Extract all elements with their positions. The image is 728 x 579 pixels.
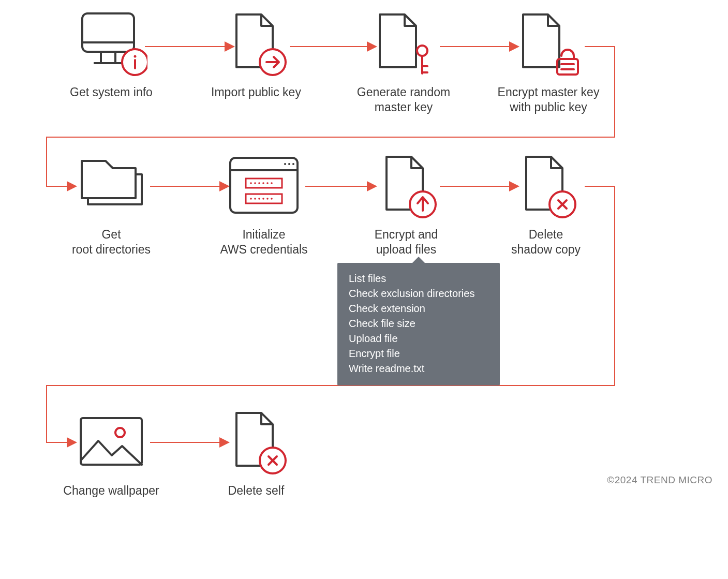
- diagram-canvas: Get system info Import public key: [0, 0, 728, 579]
- svg-point-38: [254, 198, 256, 200]
- node-get-system-info: Get system info: [39, 10, 184, 100]
- tooltip-item: Encrypt file: [349, 346, 488, 361]
- svg-rect-48: [81, 418, 142, 465]
- document-delete-icon: [184, 409, 329, 476]
- svg-point-49: [115, 428, 125, 437]
- copyright-text: ©2024 TREND MICRO: [607, 474, 712, 486]
- svg-point-37: [250, 198, 252, 200]
- image-icon: [39, 409, 184, 476]
- svg-point-34: [262, 182, 264, 184]
- svg-point-42: [271, 198, 273, 200]
- document-lock-icon: [476, 10, 621, 78]
- svg-rect-24: [230, 158, 298, 213]
- node-label: Delete self: [184, 483, 329, 498]
- node-encrypt-master-key: Encrypt master key with public key: [476, 10, 621, 115]
- tooltip-arrow-icon: [412, 257, 425, 263]
- node-delete-self: Delete self: [184, 409, 329, 498]
- svg-point-13: [134, 55, 137, 58]
- svg-rect-7: [82, 13, 134, 52]
- document-delete-icon: [473, 153, 618, 220]
- tooltip-item: Check file size: [349, 316, 488, 331]
- tooltip-item: Upload file: [349, 331, 488, 346]
- node-get-root-directories: Get root directories: [39, 153, 184, 257]
- node-label: Change wallpaper: [39, 483, 184, 498]
- node-import-public-key: Import public key: [184, 10, 329, 100]
- node-label: Encrypt master key with public key: [476, 85, 621, 115]
- encrypt-upload-tooltip: List files Check exclusion directories C…: [337, 263, 500, 385]
- tooltip-item: List files: [349, 271, 488, 286]
- node-label: Get system info: [39, 85, 184, 100]
- node-label: Encrypt and upload files: [334, 227, 479, 257]
- svg-point-31: [250, 182, 252, 184]
- node-initialize-aws-credentials: Initialize AWS credentials: [191, 153, 336, 257]
- node-delete-shadow-copy: Delete shadow copy: [473, 153, 618, 257]
- tooltip-item: Check exclusion directories: [349, 286, 488, 301]
- svg-point-41: [266, 198, 269, 200]
- node-label: Delete shadow copy: [473, 227, 618, 257]
- tooltip-item: Check extension: [349, 301, 488, 316]
- svg-point-36: [271, 182, 273, 184]
- credentials-window-icon: [191, 153, 336, 220]
- node-label: Generate random master key: [331, 85, 476, 115]
- document-upload-icon: [334, 153, 479, 220]
- svg-point-28: [292, 163, 294, 165]
- svg-point-35: [266, 182, 269, 184]
- svg-point-17: [417, 46, 427, 56]
- folders-icon: [39, 153, 184, 220]
- document-import-icon: [184, 10, 329, 78]
- svg-point-32: [254, 182, 256, 184]
- svg-point-27: [288, 163, 290, 165]
- monitor-info-icon: [39, 10, 184, 78]
- svg-point-39: [258, 198, 260, 200]
- node-encrypt-upload-files: Encrypt and upload files: [334, 153, 479, 257]
- svg-point-26: [284, 163, 286, 165]
- node-label: Get root directories: [39, 227, 184, 257]
- svg-point-40: [262, 198, 264, 200]
- node-change-wallpaper: Change wallpaper: [39, 409, 184, 498]
- node-label: Initialize AWS credentials: [191, 227, 336, 257]
- tooltip-item: Write readme.txt: [349, 361, 488, 376]
- node-generate-master-key: Generate random master key: [331, 10, 476, 115]
- node-label: Import public key: [184, 85, 329, 100]
- document-key-icon: [331, 10, 476, 78]
- svg-point-33: [258, 182, 260, 184]
